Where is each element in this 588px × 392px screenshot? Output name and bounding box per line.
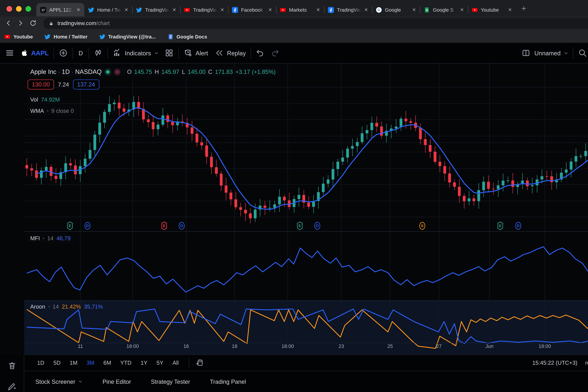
compare-add-icon[interactable]	[59, 48, 68, 58]
pane-separator[interactable]	[24, 231, 588, 232]
facebook-favicon	[328, 7, 334, 13]
browser-tab[interactable]: TradingVie	[324, 3, 372, 16]
time-axis-label: 18	[232, 344, 237, 349]
browser-tab[interactable]: GGoogle	[372, 3, 420, 16]
forward-button[interactable]	[17, 20, 24, 27]
event-marker-e[interactable]: E	[161, 221, 167, 232]
close-tab-icon[interactable]	[268, 8, 272, 12]
event-marker-d[interactable]: D	[84, 221, 91, 232]
browser-tab[interactable]: Markets	[276, 3, 324, 16]
range-1m[interactable]: 1M	[70, 360, 77, 366]
browser-tab[interactable]: Youtube	[468, 3, 516, 16]
time-axis-label: 23	[339, 344, 344, 349]
close-tab-icon[interactable]	[316, 8, 320, 12]
interval-button[interactable]: D	[78, 50, 84, 56]
bookmark-item[interactable]: Home / Twitter	[44, 34, 87, 40]
bookmark-item[interactable]: Youtube	[4, 34, 33, 40]
close-window-button[interactable]	[6, 6, 12, 12]
range-5d[interactable]: 5D	[53, 360, 60, 366]
upper-band-box[interactable]: 137.24	[73, 80, 99, 90]
svg-text:D: D	[517, 224, 520, 228]
chevron-down-icon	[564, 51, 568, 55]
remove-drawings-tool-icon[interactable]	[7, 361, 17, 370]
close-tab-icon[interactable]	[76, 8, 80, 12]
close-tab-icon[interactable]	[124, 8, 128, 12]
go-to-date-icon[interactable]	[195, 359, 203, 367]
footer-stock-screener[interactable]: Stock Screener	[35, 378, 82, 385]
bookmarks-bar: YoutubeHome / TwitterTradingView (@tra..…	[0, 30, 588, 43]
footer-trading-panel[interactable]: Trading Panel	[210, 378, 246, 385]
new-tab-button[interactable]	[521, 6, 527, 11]
undo-button[interactable]	[256, 48, 265, 58]
wave-toggle-icon[interactable]: ≈	[114, 68, 120, 75]
bookmark-item[interactable]: TradingView (@tra...	[99, 34, 156, 40]
range-6m[interactable]: 6M	[103, 360, 111, 366]
event-marker-e[interactable]: E	[497, 221, 503, 232]
bookmark-label: TradingView (@tra...	[108, 34, 156, 39]
browser-tab[interactable]: Facebook	[228, 3, 276, 16]
close-tab-icon[interactable]	[364, 8, 368, 12]
browser-tab[interactable]: Google S	[420, 3, 468, 16]
range-1y[interactable]: 1Y	[140, 360, 147, 366]
session-toggle[interactable]: reg	[585, 360, 588, 366]
range-5y[interactable]: 5Y	[156, 360, 163, 366]
wma-legend[interactable]: WMA 9 close 0	[27, 106, 77, 116]
event-marker-d[interactable]: D	[314, 221, 321, 232]
range-1d[interactable]: 1D	[37, 360, 44, 366]
symbol-button[interactable]: AAPL	[21, 49, 49, 57]
footer-pine-editor[interactable]: Pine Editor	[102, 378, 131, 385]
range-all[interactable]: All	[172, 360, 179, 366]
search-icon[interactable]	[578, 48, 587, 58]
browser-tab[interactable]: TradingVie	[180, 3, 228, 16]
event-marker-e[interactable]: E	[67, 221, 73, 232]
chart-pane[interactable]: Apple Inc · 1D · NASDAQ ≈ O145.75H145.97…	[24, 64, 588, 354]
volume-legend[interactable]: Vol 74.92M	[27, 95, 63, 104]
chevron-down-icon	[78, 380, 83, 384]
minimize-window-button[interactable]	[16, 6, 22, 12]
layout-name-label: Unnamed	[534, 50, 561, 56]
replay-button[interactable]: Replay	[215, 48, 246, 58]
back-button[interactable]	[5, 20, 12, 27]
aroon-legend[interactable]: Aroon 14 21.42% 35,71%	[27, 302, 106, 311]
close-tab-icon[interactable]	[220, 8, 224, 12]
close-tab-icon[interactable]	[412, 8, 416, 12]
source-toggle-icon[interactable]	[105, 68, 111, 75]
bookmark-item[interactable]: Google Docs	[167, 34, 207, 40]
lower-band-box[interactable]: 130.00	[28, 80, 54, 90]
event-marker-e[interactable]: E	[297, 221, 303, 232]
menu-icon[interactable]	[5, 48, 14, 58]
browser-tab[interactable]: TradingVie	[132, 3, 180, 16]
tab-title: Markets	[289, 7, 313, 12]
pane-separator[interactable]	[24, 300, 588, 301]
clock[interactable]: 15:45:22 (UTC+3)	[532, 360, 578, 366]
alert-button[interactable]: Alert	[183, 48, 208, 58]
browser-tab[interactable]: 17APPL 122.	[36, 3, 84, 16]
mfi-legend[interactable]: MFI 14 46,79	[27, 234, 74, 243]
svg-text:E: E	[163, 224, 166, 228]
event-marker-s[interactable]: S	[419, 221, 426, 232]
range-3m[interactable]: 3M	[86, 360, 94, 366]
footer-strategy-tester[interactable]: Strategy Tester	[151, 378, 190, 385]
redo-button[interactable]	[270, 48, 280, 58]
aroon-up-value: 21.42%	[62, 304, 81, 310]
tab-title: Facebook	[241, 7, 265, 12]
close-tab-icon[interactable]	[172, 8, 176, 12]
favorite-tools-tool-icon[interactable]	[7, 382, 17, 391]
browser-tab[interactable]: Home / Tw	[84, 3, 132, 16]
range-ytd[interactable]: YTD	[120, 360, 132, 366]
tab-title: TradingVie	[337, 7, 361, 12]
mfi-value: 46,79	[56, 235, 71, 242]
address-bar[interactable]: tradingview.com/chart	[43, 18, 588, 29]
indicators-button[interactable]: Indicators	[113, 48, 158, 58]
event-marker-d[interactable]: D	[515, 221, 522, 232]
chart-style-icon[interactable]	[94, 48, 103, 58]
close-tab-icon[interactable]	[508, 8, 512, 12]
close-tab-icon[interactable]	[460, 8, 464, 12]
zoom-window-button[interactable]	[25, 6, 31, 12]
symbol-legend[interactable]: Apple Inc · 1D · NASDAQ ≈ O145.75H145.97…	[27, 67, 279, 76]
layout-name-button[interactable]: Unnamed	[534, 50, 568, 56]
event-marker-d[interactable]: D	[178, 221, 185, 232]
reload-button[interactable]	[29, 20, 37, 27]
templates-icon[interactable]	[164, 48, 173, 58]
layout-icon[interactable]	[522, 48, 531, 58]
